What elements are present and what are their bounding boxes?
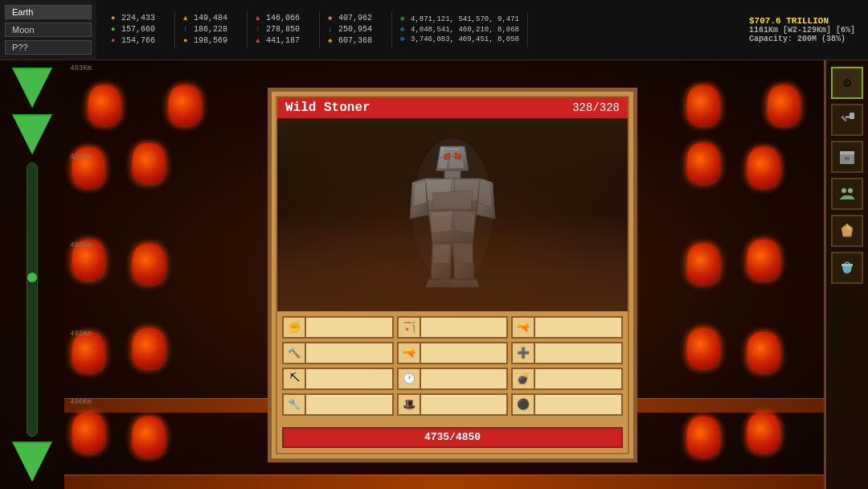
capacity-value: Capacity: 200M (38%)	[749, 35, 858, 43]
skill-bar-pick	[306, 368, 394, 390]
creature-cell-2[interactable]	[64, 141, 113, 197]
stat-row: ↓ 250,954	[328, 24, 383, 35]
crew-button[interactable]	[831, 178, 863, 210]
creature-cell-l4b[interactable]	[125, 322, 173, 378]
monster-view[interactable]	[277, 118, 628, 311]
creature-cell-l3b[interactable]	[125, 237, 173, 294]
skill-icon-heal[interactable]: ➕	[511, 342, 535, 364]
creature-cell-r1[interactable]	[739, 141, 788, 197]
stat-row: ▲ 146,066	[256, 13, 311, 24]
stat-val: 4,048,541, 460,210, 8,068	[411, 25, 519, 35]
creature-cell-r5a[interactable]	[739, 406, 788, 462]
stat-row: ▲ 149,484	[183, 13, 239, 24]
skill-icon-pick[interactable]: ⛏	[282, 368, 306, 390]
scroll-up2-button[interactable]	[12, 114, 52, 154]
creature-cell-r3a[interactable]	[739, 233, 788, 290]
stat-row: ▲ 441,187	[256, 35, 311, 47]
total-hp-bar: 4735/4850	[282, 427, 623, 448]
stat-val: 250,954	[338, 24, 372, 35]
minerals-button[interactable]	[831, 215, 863, 247]
skill-icon-hammer[interactable]: 🔨	[282, 342, 306, 364]
scroll-thumb	[27, 273, 37, 282]
stat-val: 146,066	[266, 13, 300, 24]
scroll-down-button[interactable]	[12, 442, 52, 482]
skill-bar-bow	[421, 316, 509, 339]
left-scroll-panel	[0, 60, 64, 489]
tab-moon[interactable]: Moon	[5, 23, 92, 37]
skill-icon-fist[interactable]: ✊	[282, 316, 306, 339]
creature-cell[interactable]	[663, 67, 743, 147]
lava-strip-2	[64, 475, 824, 489]
skill-icon-bow[interactable]: 🏹	[397, 316, 421, 339]
skill-icon-orb[interactable]: ⚫	[511, 393, 535, 416]
skill-row-1: ✊ 🏹 🔫	[282, 316, 623, 339]
svg-rect-26	[845, 116, 850, 118]
dialog-inner: Wild Stoner 328/328	[276, 96, 629, 454]
stat-row: ● 198,569	[183, 35, 239, 47]
skill-row-4: 🔧 🎩 ⚫	[282, 393, 623, 416]
creature-cell[interactable]	[743, 67, 824, 147]
stat-val: 157,660	[121, 24, 155, 35]
dialog-header: Wild Stoner 328/328	[277, 97, 628, 118]
money-value: $707.6 TRILLION	[749, 16, 858, 26]
bucket-button[interactable]	[831, 252, 863, 284]
skill-icon-hat[interactable]: 🎩	[397, 393, 421, 416]
enemy-hp: 328/328	[572, 101, 620, 114]
skill-bar-bomb	[535, 368, 623, 390]
creature-cell[interactable]	[64, 67, 145, 147]
skill-slot-hat: 🎩	[397, 393, 509, 416]
skill-slot-bow: 🏹	[397, 316, 509, 339]
money-display: $707.6 TRILLION 1161Km [W2-129Km] [6%] C…	[739, 0, 868, 60]
creature-cell-3[interactable]	[125, 137, 173, 193]
scroll-track[interactable]	[27, 162, 38, 437]
skill-icon-bomb[interactable]: 💣	[511, 368, 535, 390]
skill-bar-fist	[306, 316, 394, 339]
stat-val: 4,871,121, 541,570, 9,471	[411, 14, 519, 25]
skill-bar-wrench	[306, 393, 394, 416]
tab-ppp[interactable]: P??	[5, 40, 92, 55]
stat-group-3: ▲ 146,066 ↑ 278,850 ▲ 441,187	[248, 11, 320, 48]
skill-slot-gun: 🔫	[511, 316, 623, 339]
enemy-name: Wild Stoner	[285, 101, 371, 115]
skill-bar-gun	[535, 316, 623, 339]
creature-cell-r4b[interactable]	[679, 322, 727, 378]
stat-row: ⊕ 4,871,121, 541,570, 9,471	[400, 14, 519, 25]
tab-earth[interactable]: Earth	[5, 5, 92, 19]
red-up2-icon: ↑	[256, 25, 264, 35]
up-arrow-icon: ▲	[183, 14, 191, 24]
creature-cell-l3a[interactable]	[64, 233, 113, 290]
creature-cell-l4a[interactable]	[64, 326, 113, 382]
right-panel: ⚙	[824, 60, 868, 489]
skill-icon-clock[interactable]: 🕐	[397, 368, 421, 390]
storage-button[interactable]	[831, 141, 863, 173]
creature-cell-l5a[interactable]	[64, 406, 113, 462]
stat-row: ● 154,766	[111, 35, 166, 47]
skill-icon-wrench[interactable]: 🔧	[282, 393, 306, 416]
creature-cell-r3b[interactable]	[679, 237, 727, 294]
stat-val: 607,368	[338, 35, 372, 47]
creature-cell-r2[interactable]	[679, 137, 727, 193]
skill-bar-pistol	[421, 342, 509, 364]
lava-creature	[80, 79, 129, 135]
craft-button[interactable]	[831, 104, 863, 136]
creature-cell-r4a[interactable]	[739, 326, 788, 382]
stat-val: 186,228	[194, 24, 227, 35]
skill-slot-wrench: 🔧	[282, 393, 394, 416]
skill-icon-pistol[interactable]: 🔫	[397, 342, 421, 364]
skill-bar-heal	[535, 342, 623, 364]
coord-icon-3: ⊕	[400, 35, 408, 45]
skill-slot-hammer: 🔨	[282, 342, 394, 364]
stat-group-5: ⊕ 4,871,121, 541,570, 9,471 ⊕ 4,048,541,…	[392, 13, 528, 47]
settings-button[interactable]: ⚙	[831, 67, 863, 99]
stat-row: ● 224,433	[111, 13, 166, 24]
skill-row-3: ⛏ 🕐 💣	[282, 368, 623, 390]
red-dot-icon: ●	[111, 36, 119, 47]
diamond-icon: ◆	[328, 14, 336, 24]
scroll-up-button[interactable]	[12, 68, 52, 108]
creature-cell[interactable]	[145, 67, 225, 147]
lava-creature	[760, 79, 808, 135]
creature-cell-l5b[interactable]	[125, 410, 173, 466]
creature-cell-r5b[interactable]	[679, 410, 727, 466]
skill-icon-gun[interactable]: 🔫	[511, 316, 535, 339]
bucket-icon	[838, 259, 856, 277]
